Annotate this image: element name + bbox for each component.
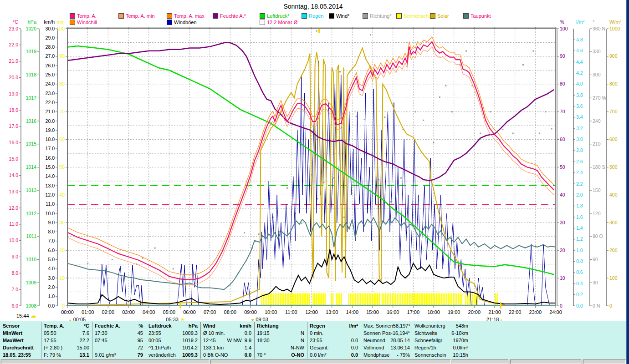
cell-value: 6-10km	[451, 330, 468, 336]
svg-text:1016: 1016	[26, 118, 37, 124]
svg-text:02:00: 02:00	[102, 309, 115, 315]
svg-text:15.0: 15.0	[46, 164, 55, 170]
axis-hPa: 1008100910101011101210131014101510161017…	[26, 19, 39, 308]
svg-text:0.2: 0.2	[576, 292, 583, 297]
cell-value: 10:15h	[453, 352, 468, 358]
table-row: 07:4595	[95, 337, 143, 344]
svg-text:0.4: 0.4	[576, 281, 583, 286]
svg-text:17:00: 17:00	[407, 309, 420, 315]
table-row: MinWert	[3, 329, 39, 337]
weather-chart-window: 6.07.08.09.010.011.012.013.014.015.016.0…	[0, 0, 629, 364]
svg-text:14.0: 14.0	[9, 172, 19, 178]
cell-label: F: 79 %	[44, 352, 61, 358]
svg-text:1.8: 1.8	[576, 203, 583, 208]
cell-label: Gesamt:	[310, 345, 329, 350]
svg-text:40: 40	[560, 192, 565, 197]
cell-value: N-NW	[291, 345, 304, 350]
svg-text:00:00: 00:00	[61, 309, 74, 315]
cell-value: 1.4	[245, 345, 251, 350]
cell-value: - 79%	[397, 352, 410, 358]
cell-label: 23:55	[148, 330, 161, 336]
cell-value: 0.0	[245, 330, 251, 336]
svg-text:5.0: 5.0	[48, 257, 55, 262]
cell-value: 0.0	[351, 338, 358, 343]
legend-item-monat: 12.2 Monat-Ø	[260, 20, 297, 25]
svg-text:29.0: 29.0	[46, 35, 55, 40]
statusbar-segment-3	[452, 359, 508, 364]
svg-text:9.0: 9.0	[48, 220, 55, 225]
series-sonnenschein	[261, 293, 498, 306]
svg-text:4.4: 4.4	[576, 59, 583, 65]
legend-item-solar: Solar	[430, 13, 449, 19]
table-row: 17:5522.2	[44, 337, 89, 344]
cell-label: Vollmond	[363, 345, 384, 350]
legend-swatch-monat	[260, 20, 265, 25]
cell-value: 95	[138, 338, 143, 343]
cell-value: 548m	[455, 323, 468, 329]
cell-label: 133.1 km	[203, 345, 224, 350]
statusbar-segment-5	[583, 359, 626, 364]
cell-value: 13.1	[80, 352, 89, 358]
svg-text:2.6: 2.6	[576, 159, 583, 164]
svg-text:12:00: 12:00	[305, 309, 318, 315]
svg-text:15.0: 15.0	[9, 156, 19, 162]
svg-text:14:00: 14:00	[346, 309, 359, 315]
axis-header-deg: °	[593, 19, 594, 25]
cell-label: Wolkenunterg	[414, 323, 445, 329]
table-row: Vollmond13.06.14	[363, 344, 410, 351]
svg-text:19.0: 19.0	[46, 127, 55, 133]
svg-text:1014: 1014	[26, 164, 37, 170]
cell-value: 58,197°	[393, 323, 410, 329]
cell-value: %	[138, 323, 143, 329]
cell-label: Schneefallgr	[414, 338, 442, 343]
axis-tempC: 6.07.08.09.010.011.012.013.014.015.016.0…	[9, 19, 21, 308]
table-row: Regenl/m²	[310, 322, 358, 329]
svg-text:1.6: 1.6	[576, 214, 583, 220]
svg-text:03:00: 03:00	[122, 309, 135, 315]
svg-text:500: 500	[609, 164, 618, 170]
legend-item-temp-a-max: Temp. A. max	[167, 13, 205, 19]
svg-text:01:00: 01:00	[82, 309, 94, 315]
svg-text:360 N: 360 N	[593, 26, 605, 31]
svg-text:18.0: 18.0	[46, 136, 55, 142]
svg-text:6.0: 6.0	[11, 303, 18, 308]
svg-text:120: 120	[593, 211, 601, 216]
svg-text:1.4: 1.4	[576, 225, 583, 231]
cell-value: 1009.3	[182, 352, 198, 358]
svg-text:0: 0	[560, 303, 563, 308]
svg-text:270 W: 270 W	[593, 95, 606, 101]
svg-text:08:00: 08:00	[224, 309, 237, 315]
cell-value: -16,194°	[391, 330, 410, 336]
cell-label: MinWert	[3, 330, 22, 336]
svg-text:22:00: 22:00	[509, 309, 522, 315]
table-row: Mondphase- 79%	[363, 351, 410, 359]
svg-text:12.0: 12.0	[46, 192, 55, 197]
weather-day-chart: 6.07.08.09.010.011.012.013.014.015.016.0…	[0, 0, 629, 364]
legend-label-taupunkt: Taupunkt	[470, 13, 491, 19]
table-row: (+ 2.80 )15.00	[44, 344, 89, 351]
cell-value: 1019.2	[182, 338, 198, 343]
svg-text:300: 300	[593, 72, 601, 77]
svg-text:21:00: 21:00	[488, 309, 501, 315]
svg-text:7.0: 7.0	[48, 238, 55, 243]
legend-label-monat: 12.2 Monat-Ø	[267, 20, 297, 25]
svg-text:12.0: 12.0	[9, 205, 19, 211]
statusbar-segment-2	[210, 359, 451, 364]
svg-text:150: 150	[593, 187, 601, 193]
svg-text:23:00: 23:00	[529, 309, 542, 315]
table-row: 0 Bft O-NO0.0	[203, 351, 251, 359]
svg-text:2.4: 2.4	[576, 170, 583, 175]
svg-text:09:00: 09:00	[244, 309, 257, 315]
svg-text:4.6: 4.6	[576, 48, 583, 53]
svg-text:23.0: 23.0	[9, 26, 19, 31]
table-row: Feuchte A.%	[95, 322, 143, 329]
svg-text:1012: 1012	[26, 211, 37, 216]
svg-text:07:00: 07:00	[204, 309, 216, 315]
svg-text:600: 600	[609, 136, 618, 142]
cell-label: Richtung	[257, 323, 279, 329]
svg-text:10: 10	[59, 275, 65, 281]
cell-value: 0.0	[245, 352, 251, 358]
svg-text:60: 60	[560, 136, 565, 142]
svg-text:19.0: 19.0	[9, 91, 19, 96]
svg-text:800: 800	[609, 81, 618, 86]
